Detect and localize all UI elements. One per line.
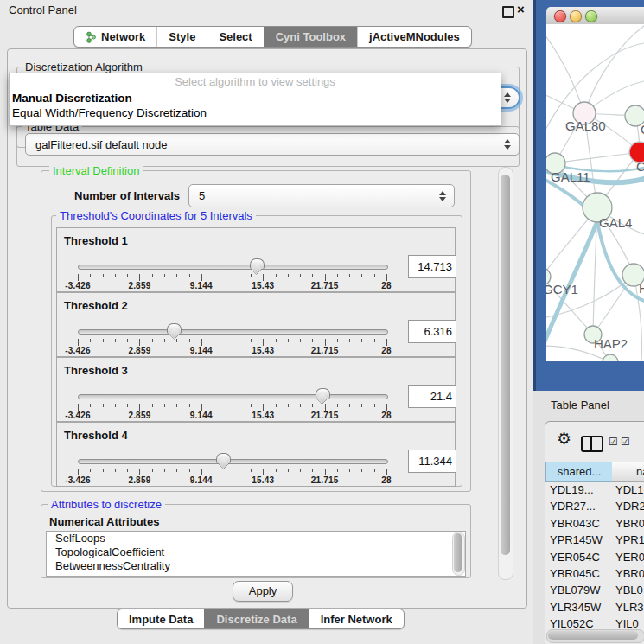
tab-label: Style (169, 30, 195, 43)
slider-tick (189, 339, 190, 342)
column-header-shared-name[interactable]: shared... (545, 462, 613, 482)
slider-tick (115, 274, 116, 277)
slider-thumb[interactable] (216, 453, 231, 463)
slider-tick (300, 274, 301, 277)
slider-tick (201, 469, 202, 475)
slider-tick (189, 469, 190, 472)
slider-track[interactable] (78, 265, 388, 270)
attributes-group-label: Attributes to discretize (48, 498, 165, 511)
threshold-value-input[interactable]: 14.713 (408, 255, 456, 278)
slider-tick (263, 274, 264, 281)
slider-scale-label: 28 (381, 346, 392, 355)
table-row[interactable]: YBL079WYBL0 (545, 583, 644, 600)
zoom-button[interactable] (585, 10, 597, 22)
tab-jactivemnodules[interactable]: jActiveMNodules (357, 27, 471, 47)
table-row[interactable]: YDL19...YDL1 (545, 483, 644, 500)
slider-tick (176, 404, 177, 407)
float-panel-icon[interactable] (502, 6, 514, 18)
tab-label: Impute Data (129, 613, 193, 626)
slider-tick (361, 469, 362, 472)
tab-infer-network[interactable]: Infer Network (309, 609, 404, 628)
slider-tick (214, 469, 214, 472)
slider-track[interactable] (78, 329, 388, 335)
settings-scrollbar-thumb[interactable] (501, 175, 510, 555)
slider-tick (251, 339, 252, 342)
table-row[interactable]: YIL052CYIL0 (545, 617, 644, 629)
slider-tick (263, 404, 264, 411)
close-icon[interactable]: × (517, 2, 525, 16)
table-row[interactable]: YBR043CYBR0 (545, 517, 644, 533)
columns-icon[interactable] (581, 436, 603, 452)
close-button[interactable] (554, 10, 566, 22)
slider-thumb[interactable] (167, 323, 182, 334)
slider-tick (164, 274, 165, 277)
apply-button[interactable]: Apply (233, 581, 293, 602)
attribute-item-betweennesscentrality[interactable]: BetweennessCentrality (47, 559, 465, 573)
slider-tick (226, 404, 226, 407)
slider-track[interactable] (78, 459, 388, 464)
slider-tick (127, 339, 128, 342)
table-hscrollbar[interactable] (546, 629, 644, 643)
column-header-name[interactable]: name (612, 462, 644, 482)
threshold-value-input[interactable]: 6.316 (408, 320, 456, 343)
tab-impute-data[interactable]: Impute Data (118, 609, 204, 628)
network-edge[interactable] (546, 31, 584, 113)
select-all-checkbox-icon[interactable]: ☑ (609, 436, 618, 448)
slider-tick (374, 469, 375, 472)
network-canvas[interactable]: GAL80GCGAL11GAL4GCY1HHAP2 (546, 24, 644, 361)
slider-tick (337, 469, 338, 472)
node-table: shared... name YDL19...YDL1YDR27...YDR2Y… (545, 462, 644, 629)
tab-cyni-toolbox[interactable]: Cyni Toolbox (264, 27, 357, 47)
slider-tick (349, 274, 350, 277)
slider-scale-label: 21.715 (311, 411, 339, 420)
slider-tick (276, 339, 277, 342)
table-row[interactable]: YLR345WYLR3 (545, 601, 644, 617)
select-none-checkbox-icon[interactable]: ☑ (621, 436, 630, 448)
slider-thumb[interactable] (316, 388, 330, 399)
attributes-list-scrollbar[interactable] (452, 532, 465, 576)
tab-label: Select (219, 30, 252, 43)
threshold-value-input[interactable]: 11.344 (408, 450, 456, 473)
table-row[interactable]: YPR145WYPR1 (545, 533, 644, 550)
slider-tick (226, 274, 226, 277)
slider-scale-label: 9.144 (190, 281, 213, 290)
minimize-button[interactable] (570, 10, 582, 22)
algorithm-option-equal-width-frequency-discretization[interactable]: Equal Width/Frequency Discretization (10, 105, 501, 120)
algorithm-option-manual-discretization[interactable]: Manual Discretization (10, 91, 501, 105)
slider-tick (78, 469, 79, 475)
slider-tick (139, 404, 140, 411)
table-row[interactable]: YER054CYER0 (545, 551, 644, 567)
slider-tick (349, 339, 350, 342)
slider-tick (312, 274, 313, 277)
slider-thumb[interactable] (250, 258, 265, 269)
network-window-titlebar[interactable] (546, 7, 644, 25)
table-row[interactable]: YBR045CYBR0 (545, 567, 644, 583)
table-row[interactable]: YDR27...YDR2 (545, 500, 644, 516)
threshold-panel-1: Threshold 1-3.4262.8599.14415.4321.71528… (56, 227, 456, 292)
cell-shared-name: YPR145W (550, 533, 603, 546)
number-of-intervals-label: Number of Intervals (74, 189, 180, 202)
slider-tick (214, 274, 214, 277)
table-data-combobox[interactable]: galFiltered.sif default node (25, 133, 520, 156)
network-node-bottom-partial[interactable] (603, 354, 618, 361)
settings-scrollbar[interactable] (498, 167, 513, 580)
number-of-intervals-combobox[interactable]: 5 (188, 184, 455, 207)
tab-select[interactable]: Select (207, 27, 263, 47)
gear-icon[interactable]: ⚙ (557, 430, 571, 447)
threshold-value-input[interactable]: 21.4 (408, 385, 456, 408)
tab-style[interactable]: Style (156, 27, 207, 47)
attributes-list-scrollbar-thumb[interactable] (454, 533, 462, 572)
tab-network[interactable]: Network (74, 27, 156, 47)
table-hscrollbar-thumb[interactable] (548, 631, 638, 640)
slider-tick (386, 274, 387, 281)
slider-tick (386, 339, 387, 346)
slider-scale-label: 21.715 (311, 346, 339, 355)
attribute-item-selfloops[interactable]: SelfLoops (47, 532, 465, 545)
slider-track[interactable] (78, 394, 388, 399)
attribute-item-topologicalcoefficient[interactable]: TopologicalCoefficient (47, 545, 465, 559)
tab-discretize-data[interactable]: Discretize Data (204, 609, 308, 628)
slider-scale-label: 9.144 (190, 346, 213, 355)
slider-scale-label: 15.43 (252, 475, 274, 485)
network-edge[interactable] (597, 221, 644, 301)
network-edge[interactable] (555, 152, 640, 163)
